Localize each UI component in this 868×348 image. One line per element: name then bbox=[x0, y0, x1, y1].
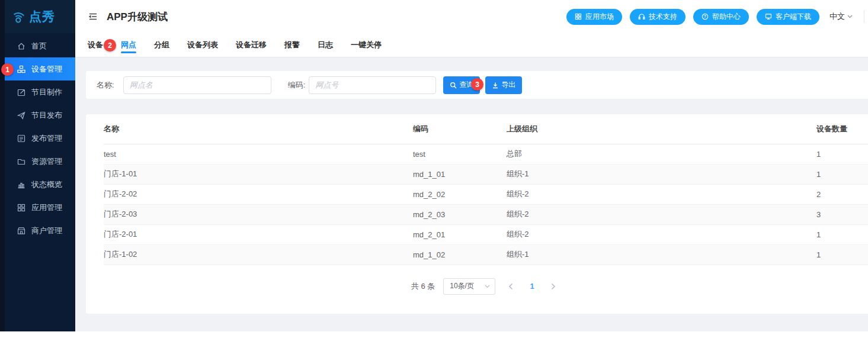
sidebar-item-program-creation[interactable]: 节目制作 bbox=[5, 80, 75, 104]
table-row[interactable]: 门店-2-02 md_2_02 组织-2 2 bbox=[104, 184, 868, 204]
cell-name: test bbox=[104, 144, 413, 164]
cell-code: md_2_02 bbox=[413, 184, 507, 204]
outlet-table-panel: 名称 编码 上级组织 设备数量 test test 总部 1 bbox=[86, 114, 868, 314]
annotation-step-3-badge: 3 bbox=[471, 78, 483, 91]
sidebar-item-label: 商户管理 bbox=[31, 225, 62, 236]
tab-device-migration[interactable]: 设备迁移 bbox=[236, 33, 267, 57]
cell-name: 门店-1-02 bbox=[104, 244, 413, 265]
sidebar-item-label: 发布管理 bbox=[31, 133, 62, 144]
cell-code: md_1_01 bbox=[413, 164, 507, 184]
cell-name: 门店-2-01 bbox=[104, 224, 413, 244]
annotation-step-1-badge: 1 bbox=[1, 63, 14, 76]
sidebar-item-status-overview[interactable]: 状态概览 bbox=[5, 173, 75, 196]
tech-support-button[interactable]: 技术支持 bbox=[630, 9, 686, 25]
sidebar-item-app-management[interactable]: 应用管理 bbox=[5, 196, 75, 219]
folder-icon bbox=[17, 157, 25, 166]
chevron-down-icon bbox=[847, 15, 853, 18]
apps-icon bbox=[17, 204, 25, 212]
cell-device-count: 1 bbox=[816, 164, 868, 184]
column-header-code: 编码 bbox=[413, 114, 507, 144]
cell-code: test bbox=[413, 144, 507, 164]
column-header-device-count: 设备数量 bbox=[816, 114, 868, 144]
merchant-icon bbox=[17, 227, 25, 235]
tab-one-key-shutdown[interactable]: 一键关停 bbox=[351, 33, 382, 57]
brand-logo[interactable]: 点秀 bbox=[5, 0, 75, 33]
content-area: 名称: 编码: 查询 导出 名称 bbox=[75, 57, 868, 331]
cell-device-count: 1 bbox=[816, 144, 868, 164]
client-download-icon bbox=[765, 13, 772, 20]
top-header: APP升级测试 应用市场 技术支持 ? 帮助中心 客户端下载 bbox=[75, 0, 868, 33]
cell-code: md_1_02 bbox=[413, 244, 507, 265]
publish-icon bbox=[17, 134, 25, 143]
help-center-button[interactable]: ? 帮助中心 bbox=[693, 9, 749, 25]
cell-parent-org: 组织-1 bbox=[507, 164, 816, 184]
sidebar-item-publish-management[interactable]: 发布管理 bbox=[5, 127, 75, 150]
export-button-label: 导出 bbox=[501, 80, 515, 90]
logo-text: 点秀 bbox=[29, 8, 55, 25]
tab-alarm[interactable]: 报警 bbox=[284, 33, 300, 57]
sidebar-item-label: 应用管理 bbox=[31, 202, 62, 213]
export-button[interactable]: 导出 bbox=[485, 76, 522, 94]
sidebar-item-label: 节目发布 bbox=[31, 110, 62, 121]
home-icon bbox=[17, 42, 25, 50]
sidebar-item-label: 资源管理 bbox=[31, 156, 62, 167]
sidebar-item-merchant-management[interactable]: 商户管理 bbox=[5, 219, 75, 242]
chevron-left-icon bbox=[508, 283, 513, 290]
outlet-name-input[interactable] bbox=[123, 76, 271, 94]
devices-icon bbox=[17, 65, 25, 73]
column-header-name: 名称 bbox=[104, 114, 413, 144]
sidebar: 点秀 首页 设备管理 节目制作 节目发布 发布管理 bbox=[5, 0, 75, 331]
sidebar-item-label: 设备管理 bbox=[31, 64, 62, 75]
table-row[interactable]: 门店-2-03 md_2_03 组织-2 3 bbox=[104, 204, 868, 224]
cell-code: md_2_01 bbox=[413, 224, 507, 244]
help-center-label: 帮助中心 bbox=[712, 12, 741, 22]
tab-group[interactable]: 分组 bbox=[154, 33, 169, 57]
cell-device-count: 3 bbox=[816, 204, 868, 224]
cell-name: 门店-2-03 bbox=[104, 204, 413, 224]
download-icon bbox=[492, 82, 499, 89]
annotation-step-2-badge: 2 bbox=[104, 39, 116, 51]
tab-outlet[interactable]: 网点 bbox=[121, 33, 136, 57]
support-icon bbox=[638, 13, 645, 20]
language-selector[interactable]: 中文 bbox=[829, 11, 853, 22]
sidebar-item-device-management[interactable]: 设备管理 bbox=[5, 57, 75, 80]
client-download-button[interactable]: 客户端下载 bbox=[757, 9, 819, 25]
tab-device[interactable]: 设备 bbox=[88, 33, 103, 57]
cell-parent-org: 组织-2 bbox=[507, 184, 816, 204]
tab-device-list[interactable]: 设备列表 bbox=[187, 33, 218, 57]
outlet-code-input[interactable] bbox=[309, 76, 436, 94]
sidebar-fold-icon[interactable] bbox=[88, 11, 98, 22]
market-icon bbox=[575, 13, 582, 20]
code-field-label: 编码: bbox=[288, 80, 306, 91]
sidebar-item-home[interactable]: 首页 bbox=[5, 34, 75, 57]
cell-device-count: 1 bbox=[816, 244, 868, 265]
pagination: 共 6 条 10条/页 1 bbox=[104, 278, 868, 295]
tech-support-label: 技术支持 bbox=[649, 12, 677, 22]
table-row[interactable]: 门店-2-01 md_2_01 组织-2 1 bbox=[104, 224, 868, 244]
sidebar-item-label: 状态概览 bbox=[31, 179, 62, 190]
sidebar-item-program-publish[interactable]: 节目发布 bbox=[5, 104, 75, 127]
sidebar-menu: 首页 设备管理 节目制作 节目发布 发布管理 资源管理 bbox=[5, 33, 75, 242]
app-market-label: 应用市场 bbox=[585, 12, 614, 22]
cell-parent-org: 总部 bbox=[507, 144, 816, 164]
app-market-button[interactable]: 应用市场 bbox=[566, 9, 622, 25]
bottom-strip bbox=[0, 331, 868, 348]
page-number-1[interactable]: 1 bbox=[526, 282, 538, 291]
logo-signal-icon bbox=[12, 9, 28, 25]
prev-page-button[interactable] bbox=[504, 279, 518, 294]
table-row[interactable]: 门店-1-01 md_1_01 组织-1 1 bbox=[104, 164, 868, 184]
send-icon bbox=[17, 111, 25, 120]
column-header-parent-org: 上级组织 bbox=[507, 114, 816, 144]
topbar-actions: 应用市场 技术支持 ? 帮助中心 客户端下载 中文 bbox=[566, 9, 864, 25]
svg-text:?: ? bbox=[704, 14, 706, 18]
tab-log[interactable]: 日志 bbox=[318, 33, 333, 57]
page-size-select[interactable]: 10条/页 bbox=[443, 278, 495, 295]
table-header-row: 名称 编码 上级组织 设备数量 bbox=[104, 114, 868, 144]
client-download-label: 客户端下载 bbox=[776, 12, 811, 22]
table-row[interactable]: 门店-1-02 md_1_02 组织-1 1 bbox=[104, 244, 868, 265]
chevron-down-icon bbox=[485, 285, 490, 288]
next-page-button[interactable] bbox=[546, 279, 560, 294]
table-row[interactable]: test test 总部 1 bbox=[104, 144, 868, 164]
sidebar-item-resource-management[interactable]: 资源管理 bbox=[5, 150, 75, 173]
page-title: APP升级测试 bbox=[107, 10, 168, 24]
